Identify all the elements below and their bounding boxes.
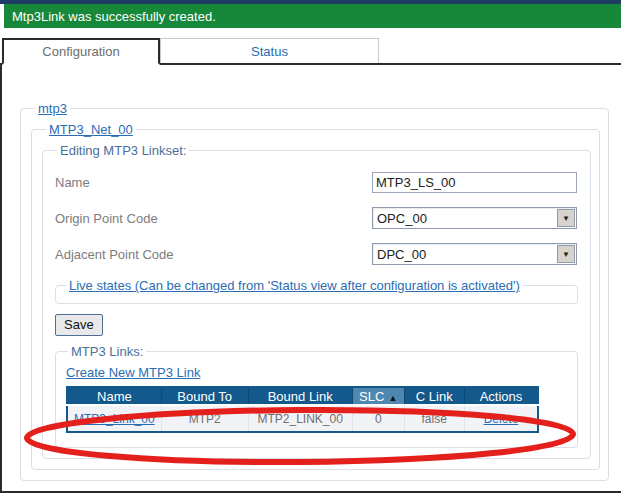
fieldset-editing-linkset: Editing MTP3 Linkset: Name Origin Point … xyxy=(42,143,591,459)
name-row: Name xyxy=(55,170,580,194)
col-header-bound-to-label: Bound To xyxy=(177,389,232,404)
col-header-actions[interactable]: Actions xyxy=(464,387,538,405)
mtp3-link-00-link[interactable]: MTP3_Link_00 xyxy=(74,412,155,426)
col-header-bound-link[interactable]: Bound Link xyxy=(248,387,352,405)
configuration-panel: mtp3 MTP3_Net_00 Editing MTP3 Linkset: N… xyxy=(0,65,621,493)
tab-status[interactable]: Status xyxy=(160,38,379,63)
mtp3-links-table: Name Bound To Bound Link SLC▲ C Link Act… xyxy=(66,386,539,433)
bound-link-cell: MTP2_LINK_00 xyxy=(248,405,352,432)
adjacent-point-code-select[interactable]: DPC_00 ▼ xyxy=(372,243,577,265)
name-label: Name xyxy=(55,175,372,190)
col-header-actions-label: Actions xyxy=(480,389,523,404)
origin-point-code-select[interactable]: OPC_00 ▼ xyxy=(372,207,577,229)
create-new-mtp3-link[interactable]: Create New MTP3 Link xyxy=(66,365,200,380)
live-states-link[interactable]: Live states (Can be changed from 'Status… xyxy=(69,278,520,293)
dropdown-arrow-icon[interactable]: ▼ xyxy=(557,209,575,227)
origin-point-code-value: OPC_00 xyxy=(377,211,427,226)
tab-configuration[interactable]: Configuration xyxy=(2,38,160,65)
fieldset-mtp3-links: MTP3 Links: Create New MTP3 Link Name Bo… xyxy=(55,344,578,448)
col-header-slc-label: SLC xyxy=(359,389,384,404)
col-header-bound-link-label: Bound Link xyxy=(268,389,333,404)
slc-cell: 0 xyxy=(352,405,404,432)
table-header-row: Name Bound To Bound Link SLC▲ C Link Act… xyxy=(67,387,538,405)
origin-point-code-row: Origin Point Code OPC_00 ▼ xyxy=(55,206,580,230)
delete-link[interactable]: Delete xyxy=(484,412,519,426)
col-header-c-link-label: C Link xyxy=(416,389,453,404)
mtp3-net-link[interactable]: MTP3_Net_00 xyxy=(49,122,133,137)
bound-to-cell: MTP2 xyxy=(161,405,248,432)
adjacent-point-code-row: Adjacent Point Code DPC_00 ▼ xyxy=(55,242,580,266)
tab-bar: Configuration Status xyxy=(0,36,621,65)
tab-status-label: Status xyxy=(251,44,288,59)
fieldset-live-states: Live states (Can be changed from 'Status… xyxy=(55,278,578,304)
page: Mtp3Link was successfully created. Confi… xyxy=(0,0,621,494)
table-row: MTP3_Link_00 MTP2 MTP2_LINK_00 0 false D… xyxy=(67,405,538,432)
arrow-glyph: ▼ xyxy=(562,250,570,259)
editing-linkset-legend: Editing MTP3 Linkset: xyxy=(60,143,186,158)
col-header-name-label: Name xyxy=(97,389,132,404)
adjacent-point-code-value: DPC_00 xyxy=(377,247,426,262)
fieldset-mtp3: mtp3 MTP3_Net_00 Editing MTP3 Linkset: N… xyxy=(20,101,609,481)
mtp3-link[interactable]: mtp3 xyxy=(38,101,67,116)
dropdown-arrow-icon[interactable]: ▼ xyxy=(557,245,575,263)
col-header-slc[interactable]: SLC▲ xyxy=(352,387,404,405)
mtp3-links-legend: MTP3 Links: xyxy=(71,344,143,359)
col-header-bound-to[interactable]: Bound To xyxy=(161,387,248,405)
tab-configuration-label: Configuration xyxy=(42,44,119,59)
origin-point-code-label: Origin Point Code xyxy=(55,211,372,226)
save-button[interactable]: Save xyxy=(55,314,103,336)
col-header-name[interactable]: Name xyxy=(67,387,161,405)
c-link-cell: false xyxy=(404,405,464,432)
success-banner: Mtp3Link was successfully created. xyxy=(4,4,621,28)
fieldset-mtp3-net: MTP3_Net_00 Editing MTP3 Linkset: Name O… xyxy=(31,122,600,470)
adjacent-point-code-label: Adjacent Point Code xyxy=(55,247,372,262)
success-banner-text: Mtp3Link was successfully created. xyxy=(12,9,216,24)
name-input[interactable] xyxy=(372,172,577,193)
col-header-c-link[interactable]: C Link xyxy=(404,387,464,405)
arrow-glyph: ▼ xyxy=(562,214,570,223)
sort-asc-icon: ▲ xyxy=(388,393,397,403)
